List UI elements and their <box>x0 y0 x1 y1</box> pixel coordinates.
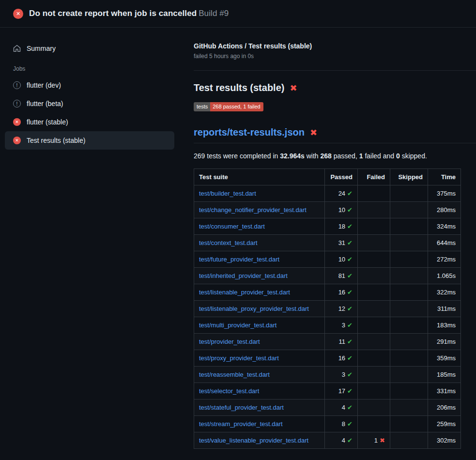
header-test-suite: Test suite <box>194 169 325 185</box>
failed-cell <box>358 251 390 268</box>
suite-cell: test/listenable_provider_test.dart <box>194 284 325 301</box>
passed-count: 16 <box>338 289 345 296</box>
failed-cell <box>358 202 390 218</box>
jobs-heading: Jobs <box>5 58 174 76</box>
passed-count: 24 <box>338 190 345 197</box>
test-suite-link[interactable]: test/change_notifier_provider_test.dart <box>199 206 307 214</box>
test-suite-link[interactable]: test/context_test.dart <box>199 239 258 246</box>
results-table: Test suite Passed Failed Skipped Time te… <box>194 169 461 449</box>
check-icon: ✔ <box>347 272 353 279</box>
skipped-cell <box>390 334 428 350</box>
passed-count: 10 <box>338 256 345 263</box>
test-suite-link[interactable]: test/multi_provider_test.dart <box>199 322 276 329</box>
failed-cell <box>358 317 390 334</box>
test-suite-link[interactable]: test/future_provider_test.dart <box>199 256 279 263</box>
test-suite-link[interactable]: test/inherited_provider_test.dart <box>199 272 288 279</box>
check-icon: ✔ <box>347 404 353 411</box>
passed-count: 12 <box>338 305 345 312</box>
passed-count: 16 <box>338 354 345 362</box>
table-row: test/future_provider_test.dart 10✔ 272ms <box>194 251 461 268</box>
skipped-cell <box>390 284 428 301</box>
job-label: flutter (beta) <box>27 100 63 107</box>
test-suite-link[interactable]: test/proxy_provider_test.dart <box>199 354 279 362</box>
test-suite-link[interactable]: test/listenable_provider_test.dart <box>199 289 290 296</box>
table-row: test/inherited_provider_test.dart 81✔ 1.… <box>194 268 461 284</box>
failed-cell <box>358 350 390 367</box>
skipped-cell <box>390 383 428 399</box>
sidebar-item-summary[interactable]: Summary <box>5 39 174 58</box>
time-cell: 1.065s <box>428 268 461 284</box>
suite-cell: test/reassemble_test.dart <box>194 367 325 383</box>
divider <box>194 143 476 143</box>
skipped-cell <box>390 301 428 317</box>
suite-cell: test/future_provider_test.dart <box>194 251 325 268</box>
test-suite-link[interactable]: test/selector_test.dart <box>199 387 259 395</box>
skipped-cell <box>390 218 428 235</box>
time-cell: 324ms <box>428 218 461 235</box>
check-icon: ✔ <box>347 190 353 197</box>
time-cell: 185ms <box>428 367 461 383</box>
skipped-cell <box>390 416 428 432</box>
header-failed: Failed <box>358 169 390 185</box>
skipped-cell <box>390 432 428 449</box>
failed-cell <box>358 383 390 399</box>
sidebar-item-flutter-beta[interactable]: ! flutter (beta) <box>5 94 174 113</box>
badge-label: tests <box>194 102 210 111</box>
passed-count: 81 <box>338 272 345 279</box>
skipped-cell <box>390 202 428 218</box>
passed-cell: 24✔ <box>325 185 358 202</box>
divider <box>194 70 476 71</box>
test-suite-link[interactable]: test/builder_test.dart <box>199 190 256 197</box>
failed-cell <box>358 268 390 284</box>
time-cell: 259ms <box>428 416 461 432</box>
test-suite-link[interactable]: test/stream_provider_test.dart <box>199 420 283 428</box>
passed-cell: 18✔ <box>325 218 358 235</box>
sidebar-item-test-results-stable[interactable]: ✕ Test results (stable) <box>5 131 174 150</box>
skipped-cell <box>390 185 428 202</box>
time-cell: 302ms <box>428 432 461 449</box>
time-cell: 331ms <box>428 383 461 399</box>
sidebar-item-flutter-dev[interactable]: ! flutter (dev) <box>5 76 174 94</box>
skipped-cell <box>390 317 428 334</box>
suite-cell: test/stateful_provider_test.dart <box>194 399 325 416</box>
test-suite-link[interactable]: test/reassemble_test.dart <box>199 371 270 378</box>
test-suite-link[interactable]: test/listenable_proxy_provider_test.dart <box>199 305 309 312</box>
time-cell: 322ms <box>428 284 461 301</box>
report-title: reports/test-results.json ✖ <box>194 127 476 138</box>
suite-cell: test/multi_provider_test.dart <box>194 317 325 334</box>
summary-line: 269 tests were completed in 32.964s with… <box>194 152 476 160</box>
neutral-status-icon: ! <box>13 81 21 89</box>
check-icon: ✔ <box>347 387 353 395</box>
passed-cell: 16✔ <box>325 284 358 301</box>
passed-cell: 3✔ <box>325 317 358 334</box>
passed-cell: 31✔ <box>325 235 358 251</box>
skipped-cell <box>390 399 428 416</box>
check-icon: ✔ <box>347 289 353 296</box>
failed-status-icon: ✕ <box>13 137 21 144</box>
skipped-cell <box>390 235 428 251</box>
failed-x-icon: ✖ <box>310 128 317 137</box>
check-icon: ✔ <box>347 256 353 263</box>
test-suite-link[interactable]: test/value_listenable_provider_test.dart <box>199 437 308 444</box>
test-suite-link[interactable]: test/consumer_test.dart <box>199 223 265 230</box>
passed-count: 4 <box>342 437 345 444</box>
run-title-text: Do not create report when job is cancell… <box>29 9 197 18</box>
breadcrumb: GitHub Actions / Test results (stable) <box>194 42 476 50</box>
passed-count: 10 <box>338 206 345 214</box>
table-row: test/stateful_provider_test.dart 4✔ 206m… <box>194 399 461 416</box>
suite-cell: test/inherited_provider_test.dart <box>194 268 325 284</box>
check-icon: ✔ <box>347 338 353 345</box>
test-suite-link[interactable]: test/provider_test.dart <box>199 338 260 345</box>
check-icon: ✔ <box>347 305 353 312</box>
suite-cell: test/consumer_test.dart <box>194 218 325 235</box>
home-icon <box>13 45 21 52</box>
table-row: test/listenable_proxy_provider_test.dart… <box>194 301 461 317</box>
header-passed: Passed <box>325 169 358 185</box>
sidebar-item-flutter-stable[interactable]: ✕ flutter (stable) <box>5 113 174 131</box>
failed-cell <box>358 284 390 301</box>
run-header: ✕ Do not create report when job is cance… <box>0 0 476 28</box>
table-row: test/consumer_test.dart 18✔ 324ms <box>194 218 461 235</box>
table-row: test/selector_test.dart 17✔ 331ms <box>194 383 461 399</box>
test-suite-link[interactable]: test/stateful_provider_test.dart <box>199 404 284 411</box>
report-link[interactable]: reports/test-results.json <box>194 127 305 138</box>
